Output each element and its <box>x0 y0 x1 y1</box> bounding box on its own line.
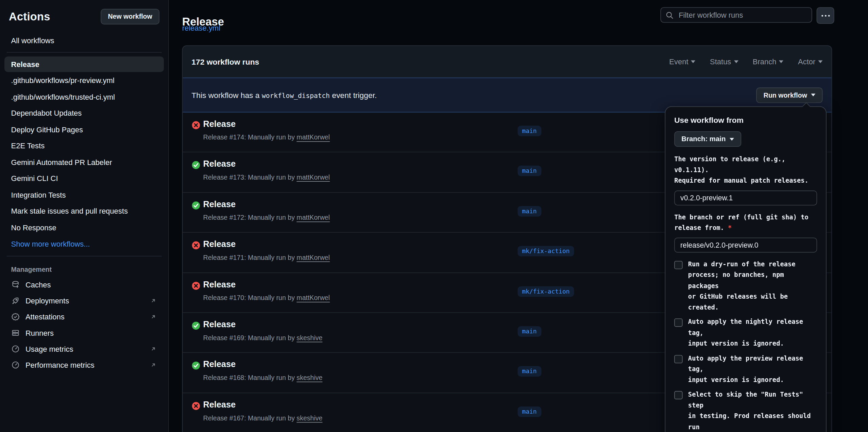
workflow-options-kebab-button[interactable] <box>817 7 834 24</box>
sidebar-divider <box>7 52 162 53</box>
sidebar-workflow-item[interactable]: Gemini CLI CI <box>4 171 164 186</box>
filter-dropdown[interactable]: Branch <box>753 57 784 66</box>
branch-label[interactable]: main <box>517 206 541 216</box>
actor-link[interactable]: mattKorwel <box>296 133 330 141</box>
run-subtitle: Release #173: Manually run by mattKorwel <box>203 173 330 181</box>
branch-label[interactable]: main <box>517 406 541 417</box>
workflow-label: Gemini Automated PR Labeler <box>11 158 112 166</box>
run-title[interactable]: Release <box>203 360 236 369</box>
sidebar-item-usage-metrics[interactable]: Usage metrics <box>4 341 164 357</box>
run-status-icon <box>191 401 200 410</box>
runs-header: 172 workflow runs Event Status <box>183 46 831 78</box>
run-title[interactable]: Release <box>203 199 236 209</box>
filter-dropdown[interactable]: Event <box>669 57 695 66</box>
branch-label[interactable]: main <box>517 166 541 176</box>
branch-label[interactable]: mk/fix-action <box>517 286 574 297</box>
external-link-icon <box>150 313 157 321</box>
branch-select-button[interactable]: Branch: main <box>674 131 741 147</box>
chevron-down-icon <box>779 60 784 63</box>
ref-input[interactable] <box>674 237 817 252</box>
run-subtitle: Release #172: Manually run by mattKorwel <box>203 214 330 221</box>
workflow-label: Integration Tests <box>11 191 66 199</box>
workflow-label: Gemini CLI CI <box>11 175 58 183</box>
nightly-tag-checkbox-row[interactable]: Auto apply the nightly release tag, inpu… <box>674 317 817 349</box>
sidebar-workflow-item[interactable]: Dependabot Updates <box>4 105 164 121</box>
checkbox[interactable] <box>674 261 682 269</box>
run-subtitle: Release #167: Manually run by skeshive <box>203 414 323 422</box>
run-title[interactable]: Release <box>203 319 236 329</box>
sidebar-item-all-workflows[interactable]: All workflows <box>4 33 164 48</box>
sidebar-workflow-item[interactable]: Deploy GitHub Pages <box>4 122 164 137</box>
workflow-file-link[interactable]: release.yml <box>182 24 220 32</box>
actor-link[interactable]: skeshive <box>296 334 322 342</box>
run-title[interactable]: Release <box>203 280 236 289</box>
run-title[interactable]: Release <box>203 159 236 169</box>
version-input-label: The version to release (e.g., v0.1.11). … <box>674 154 817 186</box>
run-subtitle: Release #169: Manually run by skeshive <box>203 334 323 342</box>
check-circle-icon <box>191 201 200 210</box>
actor-link[interactable]: mattKorwel <box>296 294 330 302</box>
skip-tests-checkbox-row[interactable]: Select to skip the "Run Tests" step in t… <box>674 389 817 432</box>
run-title[interactable]: Release <box>203 239 236 249</box>
sidebar-workflow-item[interactable]: .github/workflows/pr-review.yml <box>4 73 164 88</box>
dry-run-checkbox-row[interactable]: Run a dry-run of the release process; no… <box>674 259 817 313</box>
run-title[interactable]: Release <box>203 400 236 410</box>
workflow-label: .github/workflows/trusted-ci.yml <box>11 93 115 101</box>
filter-runs-search[interactable] <box>660 7 812 23</box>
actor-link[interactable]: skeshive <box>296 414 322 422</box>
run-status-icon <box>191 161 200 170</box>
meter-icon <box>11 345 20 353</box>
search-input[interactable] <box>678 10 807 20</box>
run-status-icon <box>191 121 200 130</box>
management-item-label: Runners <box>25 329 157 337</box>
actions-page: Actions New workflow All workflows Relea… <box>0 0 868 432</box>
branch-label[interactable]: main <box>517 366 541 377</box>
search-icon <box>665 11 674 19</box>
checkbox[interactable] <box>674 391 682 399</box>
sidebar-item-attestations[interactable]: Attestations <box>4 309 164 325</box>
actor-link[interactable]: mattKorwel <box>296 173 330 181</box>
actor-link[interactable]: skeshive <box>296 374 322 382</box>
filter-dropdown[interactable]: Actor <box>798 57 822 66</box>
workflow-label: E2E Tests <box>11 142 45 150</box>
sidebar-item-deployments[interactable]: Deployments <box>4 293 164 309</box>
run-status-icon <box>191 281 200 290</box>
workflow-label: Mark stale issues and pull requests <box>11 207 128 215</box>
server-icon <box>11 329 20 337</box>
dispatch-panel-title: Use workflow from <box>674 116 817 124</box>
banner-text: This workflow has aworkflow_dispatcheven… <box>191 90 377 99</box>
sidebar-workflow-item[interactable]: Mark stale issues and pull requests <box>4 203 164 219</box>
cache-icon <box>11 280 20 289</box>
checkbox[interactable] <box>674 318 682 327</box>
branch-label[interactable]: main <box>517 326 541 337</box>
branch-label[interactable]: main <box>517 126 541 136</box>
run-title[interactable]: Release <box>203 119 236 129</box>
sidebar-workflow-item[interactable]: Gemini Automated PR Labeler <box>4 154 164 170</box>
filter-dropdown[interactable]: Status <box>710 57 738 66</box>
sidebar-workflow-item[interactable]: Release <box>4 56 164 72</box>
workflow-dispatch-code: workflow_dispatch <box>260 92 332 99</box>
sidebar-workflow-item[interactable]: No Response <box>4 220 164 235</box>
version-input[interactable] <box>674 190 817 205</box>
run-subtitle: Release #170: Manually run by mattKorwel <box>203 294 330 302</box>
sidebar-workflow-item[interactable]: E2E Tests <box>4 138 164 154</box>
sidebar-item-caches[interactable]: Caches <box>4 277 164 293</box>
chevron-down-icon <box>818 60 822 63</box>
preview-tag-checkbox-row[interactable]: Auto apply the preview release tag, inpu… <box>674 353 817 385</box>
show-more-workflows-link[interactable]: Show more workflows... <box>4 236 164 252</box>
chevron-down-icon <box>811 94 815 96</box>
checkbox[interactable] <box>674 355 682 363</box>
management-item-label: Performance metrics <box>25 361 150 369</box>
workflow-label: Dependabot Updates <box>11 109 82 117</box>
x-circle-icon <box>191 121 200 130</box>
actor-link[interactable]: mattKorwel <box>296 214 330 221</box>
actor-link[interactable]: mattKorwel <box>296 254 330 262</box>
run-workflow-dropdown-button[interactable]: Run workflow <box>756 87 823 103</box>
sidebar-workflow-item[interactable]: .github/workflows/trusted-ci.yml <box>4 89 164 105</box>
branch-label[interactable]: mk/fix-action <box>517 246 574 256</box>
sidebar-item-runners[interactable]: Runners <box>4 325 164 341</box>
run-status-icon <box>191 321 200 330</box>
sidebar-item-performance-metrics[interactable]: Performance metrics <box>4 357 164 373</box>
sidebar-workflow-item[interactable]: Integration Tests <box>4 187 164 203</box>
new-workflow-button[interactable]: New workflow <box>101 9 159 24</box>
